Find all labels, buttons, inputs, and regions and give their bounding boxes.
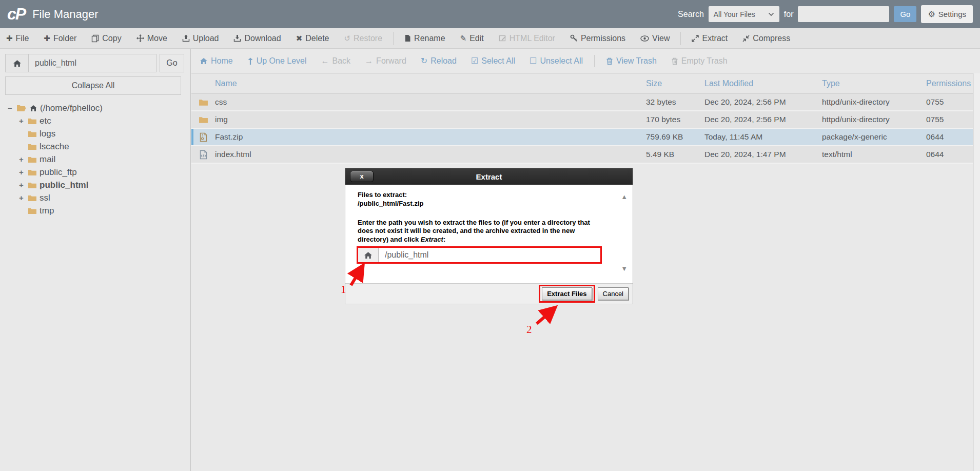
table-row-css[interactable]: css 32 bytes Dec 20, 2024, 2:56 PM httpd…	[191, 94, 973, 111]
col-size[interactable]: Size	[646, 79, 704, 88]
toolbar-edit-button[interactable]: ✎ Edit	[460, 34, 484, 43]
toolbar-folder-label: Folder	[53, 34, 76, 43]
dialog-close-button[interactable]: x	[350, 171, 374, 182]
expand-plus-icon[interactable]: +	[17, 155, 25, 164]
tree-item-public-ftp[interactable]: + public_ftp	[0, 166, 190, 179]
folder-icon	[28, 130, 37, 138]
search-input[interactable]	[798, 6, 889, 22]
back-arrow-icon: ←	[321, 57, 329, 65]
toolbar-move-label: Move	[147, 34, 167, 43]
tree-item-tmp[interactable]: tmp	[0, 204, 190, 217]
tree-item-etc[interactable]: + etc	[0, 114, 190, 127]
search-go-button[interactable]: Go	[894, 6, 916, 22]
toolbar-rename-label: Rename	[414, 34, 445, 43]
expand-plus-icon[interactable]: +	[17, 168, 25, 176]
tree-item-lscache[interactable]: lscache	[0, 140, 190, 153]
tree-root[interactable]: − (/home/fphelloc)	[0, 102, 190, 114]
tree-item-public-html[interactable]: + public_html	[0, 179, 190, 191]
toolbar-extract-button[interactable]: Extract	[692, 34, 728, 43]
toolbar-view-button[interactable]: View	[640, 34, 670, 43]
toolbar-file-button[interactable]: ✚ File	[6, 34, 29, 43]
folder-icon	[28, 143, 37, 150]
download-icon	[233, 34, 241, 42]
settings-button[interactable]: ⚙ Settings	[921, 5, 973, 23]
col-permissions[interactable]: Permissions	[926, 79, 973, 88]
open-folder-icon	[16, 104, 27, 112]
toolbar-download-label: Download	[244, 34, 281, 43]
toolbar-copy-button[interactable]: Copy	[91, 34, 121, 43]
toolbar-compress-button[interactable]: Compress	[742, 34, 790, 43]
toolbar-view-label: View	[652, 34, 670, 43]
nav-view-trash-button[interactable]: View Trash	[606, 56, 657, 66]
folder-icon	[28, 169, 37, 176]
extract-path-input[interactable]	[379, 248, 600, 262]
html-file-icon	[200, 150, 207, 160]
sidebar-go-button[interactable]: Go	[160, 54, 184, 72]
pencil-icon: ✎	[460, 34, 467, 42]
home-icon	[364, 251, 373, 259]
trash-icon	[671, 57, 678, 65]
table-row-index-html[interactable]: index.html 5.49 KB Dec 20, 2024, 1:47 PM…	[191, 146, 973, 164]
search-scope-select[interactable]: All Your Files	[709, 6, 779, 22]
empty-box-icon: ☐	[530, 57, 537, 65]
expand-plus-icon[interactable]: +	[17, 193, 25, 202]
nav-forward-label: Forward	[376, 56, 406, 66]
trash-icon	[606, 57, 613, 65]
folder-tree: − (/home/fphelloc) + etc logs lscache + …	[0, 102, 190, 217]
scroll-up-icon[interactable]: ▲	[621, 193, 628, 201]
collapse-minus-icon[interactable]: −	[6, 104, 14, 112]
dialog-home-button[interactable]	[358, 248, 379, 262]
col-type[interactable]: Type	[822, 79, 926, 88]
toolbar-upload-button[interactable]: Upload	[182, 34, 219, 43]
tree-item-label: tmp	[40, 206, 54, 216]
nav-up-one-level-button[interactable]: Up One Level	[247, 56, 307, 66]
expand-plus-icon[interactable]: +	[17, 116, 25, 125]
tree-item-label: public_ftp	[40, 167, 77, 178]
dialog-titlebar: x Extract	[345, 168, 633, 185]
nav-empty-trash-label: Empty Trash	[681, 56, 728, 66]
files-to-extract-label: Files to extract:	[358, 191, 620, 200]
extract-files-button[interactable]: Extract Files	[542, 287, 592, 300]
toolbar-delete-button[interactable]: ✖ Delete	[296, 34, 329, 43]
nav-home-button[interactable]: Home	[200, 56, 233, 66]
collapse-all-button[interactable]: Collapse All	[5, 76, 181, 95]
table-row-fast-zip[interactable]: Fast.zip 759.69 KB Today, 11:45 AM packa…	[191, 129, 973, 146]
tree-root-label: (/home/fphelloc)	[40, 103, 103, 113]
nav-reload-button[interactable]: ↻ Reload	[421, 56, 457, 66]
file-modified: Dec 20, 2024, 2:56 PM	[704, 97, 822, 107]
scroll-down-icon[interactable]: ▼	[621, 265, 628, 272]
col-name[interactable]: Name	[215, 79, 646, 88]
toolbar-folder-button[interactable]: ✚ Folder	[44, 34, 76, 43]
toolbar-html-editor-label: HTML Editor	[509, 34, 555, 43]
folder-icon	[28, 117, 37, 125]
tree-item-logs[interactable]: logs	[0, 127, 190, 140]
sidebar-path-input[interactable]	[29, 54, 156, 72]
nav-select-all-label: Select All	[481, 56, 515, 66]
toolbar-upload-label: Upload	[193, 34, 219, 43]
file-name: img	[215, 115, 646, 124]
cancel-button[interactable]: Cancel	[598, 287, 629, 300]
toolbar-permissions-label: Permissions	[581, 34, 625, 43]
nav-unselect-all-button[interactable]: ☐ Unselect All	[530, 56, 583, 66]
tree-item-label: logs	[40, 129, 55, 139]
toolbar-move-button[interactable]: Move	[136, 34, 167, 43]
tree-item-label: etc	[40, 116, 51, 126]
home-icon	[200, 57, 208, 65]
toolbar-restore-label: Restore	[354, 34, 382, 43]
nav-divider	[594, 55, 595, 67]
table-row-img[interactable]: img 170 bytes Dec 20, 2024, 2:56 PM http…	[191, 111, 973, 129]
nav-view-trash-label: View Trash	[616, 56, 657, 66]
nav-select-all-button[interactable]: ☑ Select All	[471, 56, 515, 66]
tree-item-mail[interactable]: + mail	[0, 153, 190, 166]
gear-icon: ⚙	[928, 9, 935, 19]
path-home-button[interactable]	[6, 54, 29, 72]
expand-plus-icon[interactable]: +	[17, 181, 25, 189]
toolbar-download-button[interactable]: Download	[233, 34, 281, 43]
col-last-modified[interactable]: Last Modified	[704, 79, 822, 88]
toolbar-rename-button[interactable]: Rename	[404, 34, 445, 43]
tree-item-label: mail	[40, 154, 55, 165]
table-scrollbar[interactable]	[973, 73, 980, 471]
rename-icon	[404, 34, 411, 42]
tree-item-ssl[interactable]: + ssl	[0, 191, 190, 204]
toolbar-permissions-button[interactable]: Permissions	[570, 34, 625, 43]
